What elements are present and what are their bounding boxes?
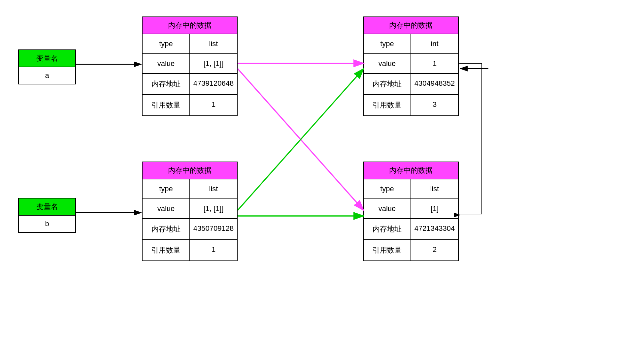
arrow-pink-cross-down	[238, 69, 364, 210]
mem-row: type int	[364, 34, 458, 54]
mem-row: value 1	[364, 54, 458, 74]
mem-cell: [1]	[411, 199, 458, 218]
mem-cell: 1	[411, 54, 458, 73]
mem-cell: 1	[190, 240, 237, 260]
mem-table-top-right: 内存中的数据 type int value 1 内存地址 4304948352 …	[363, 16, 459, 116]
variable-b-header: 变量名	[19, 198, 75, 216]
mem-cell: 内存地址	[364, 74, 411, 94]
mem-cell: value	[143, 54, 190, 73]
mem-cell: value	[364, 54, 411, 73]
mem-row: value [1, [1]]	[143, 54, 237, 74]
mem-row: 引用数量 1	[143, 240, 237, 260]
variable-a-box: 变量名 a	[18, 49, 76, 84]
mem-table-bottom-right: 内存中的数据 type list value [1] 内存地址 47213433…	[363, 162, 459, 261]
variable-b-box: 变量名 b	[18, 198, 76, 233]
mem-row: 内存地址 4350709128	[143, 219, 237, 240]
arrows-svg	[0, 0, 627, 364]
mem-cell: 1	[190, 95, 237, 115]
mem-row: 内存地址 4721343304	[364, 219, 458, 240]
mem-row: 引用数量 1	[143, 95, 237, 115]
mem-cell: 4739120648	[190, 74, 237, 94]
mem-table-bottom-left-header: 内存中的数据	[143, 162, 237, 179]
mem-table-top-left-header: 内存中的数据	[143, 17, 237, 34]
variable-b-value: b	[19, 216, 75, 232]
mem-table-top-right-header: 内存中的数据	[364, 17, 458, 34]
mem-cell: 内存地址	[364, 219, 411, 239]
mem-row: 引用数量 3	[364, 95, 458, 115]
mem-row: value [1, [1]]	[143, 199, 237, 219]
mem-cell: 引用数量	[364, 95, 411, 115]
mem-row: 内存地址 4739120648	[143, 74, 237, 95]
mem-cell: value	[364, 199, 411, 218]
variable-a-header: 变量名	[19, 50, 75, 67]
mem-row: type list	[143, 34, 237, 54]
mem-table-bottom-right-header: 内存中的数据	[364, 162, 458, 179]
mem-cell: value	[143, 199, 190, 218]
mem-cell: 引用数量	[143, 95, 190, 115]
mem-cell: type	[364, 34, 411, 53]
mem-row: 引用数量 2	[364, 240, 458, 260]
mem-row: value [1]	[364, 199, 458, 219]
mem-cell: type	[364, 179, 411, 198]
mem-cell: 4350709128	[190, 219, 237, 239]
mem-cell: list	[411, 179, 458, 198]
mem-cell: [1, [1]]	[190, 54, 237, 73]
mem-cell: 4304948352	[411, 74, 458, 94]
mem-table-top-left: 内存中的数据 type list value [1, [1]] 内存地址 473…	[142, 16, 238, 116]
mem-cell: list	[190, 34, 237, 53]
mem-row: 内存地址 4304948352	[364, 74, 458, 95]
mem-cell: 2	[411, 240, 458, 260]
mem-cell: [1, [1]]	[190, 199, 237, 218]
mem-table-bottom-left: 内存中的数据 type list value [1, [1]] 内存地址 435…	[142, 162, 238, 261]
mem-row: type list	[364, 179, 458, 199]
mem-cell: 引用数量	[143, 240, 190, 260]
mem-cell: 3	[411, 95, 458, 115]
mem-cell: type	[143, 34, 190, 53]
arrow-green-cross-up	[238, 69, 364, 210]
variable-a-value: a	[19, 67, 75, 84]
mem-cell: 引用数量	[364, 240, 411, 260]
mem-cell: 4721343304	[411, 219, 458, 239]
mem-cell: int	[411, 34, 458, 53]
mem-cell: list	[190, 179, 237, 198]
mem-cell: 内存地址	[143, 219, 190, 239]
mem-row: type list	[143, 179, 237, 199]
mem-cell: 内存地址	[143, 74, 190, 94]
mem-cell: type	[143, 179, 190, 198]
